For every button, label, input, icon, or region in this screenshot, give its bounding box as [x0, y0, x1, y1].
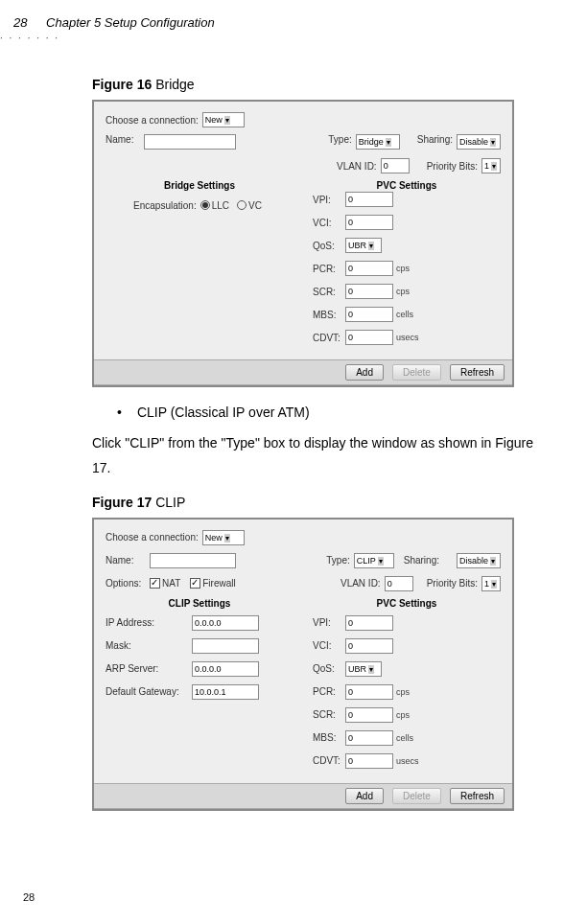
- priority-bits-label: Priority Bits:: [427, 161, 478, 172]
- gateway-input[interactable]: 10.0.0.1: [192, 684, 259, 700]
- scr-label: SCR:: [313, 287, 345, 297]
- paragraph-clip: Click "CLIP" from the "Type" box to disp…: [92, 431, 533, 481]
- name-input-17[interactable]: [150, 553, 236, 568]
- ip-label: IP Address:: [106, 617, 188, 628]
- clip-bullet: •CLIP (Classical IP over ATM): [117, 404, 533, 420]
- qos-select-17[interactable]: UBR: [345, 661, 382, 677]
- bullet-icon: •: [117, 404, 122, 420]
- qos-label-17: QoS:: [313, 663, 345, 674]
- vc-radio[interactable]: [237, 200, 247, 210]
- priority-bits-select[interactable]: 1: [481, 158, 501, 173]
- bridge-settings-header: Bridge Settings: [106, 180, 294, 191]
- refresh-button[interactable]: Refresh: [450, 364, 505, 381]
- chapter-title: Chapter 5 Setup Configuration: [46, 15, 215, 30]
- pcr-label-17: PCR:: [313, 686, 345, 697]
- scr-unit-17: cps: [396, 710, 410, 720]
- cdvt-input-17[interactable]: 0: [345, 753, 393, 769]
- mbs-label-17: MBS:: [313, 732, 345, 743]
- figure-16-title: Bridge: [152, 77, 194, 92]
- vlan-input[interactable]: 0: [381, 158, 410, 173]
- pcr-input-17[interactable]: 0: [345, 684, 393, 700]
- clip-bullet-text: CLIP (Classical IP over ATM): [137, 404, 310, 420]
- add-button-17[interactable]: Add: [345, 788, 384, 804]
- pcr-label: PCR:: [313, 264, 345, 274]
- scr-label-17: SCR:: [313, 709, 345, 720]
- mask-label: Mask:: [106, 640, 188, 651]
- page-number-bottom: 28: [23, 891, 35, 903]
- figure-16-caption: Figure 16 Bridge: [92, 77, 533, 92]
- llc-label: LLC: [212, 200, 229, 211]
- sharing-label-17: Sharing:: [404, 555, 439, 566]
- vci-label: VCI:: [313, 218, 345, 228]
- ip-input[interactable]: 0.0.0.0: [192, 615, 259, 631]
- mask-input[interactable]: [192, 638, 259, 654]
- priority-bits-select-17[interactable]: 1: [481, 576, 501, 591]
- refresh-button-17[interactable]: Refresh: [450, 788, 505, 804]
- name-input[interactable]: [144, 134, 236, 150]
- mbs-input[interactable]: 0: [345, 307, 393, 322]
- choose-connection-label: Choose a connection:: [106, 115, 199, 126]
- qos-label: QoS:: [313, 241, 345, 251]
- mbs-input-17[interactable]: 0: [345, 730, 393, 746]
- name-label: Name:: [106, 134, 140, 145]
- scr-input[interactable]: 0: [345, 284, 393, 299]
- sharing-select-17[interactable]: Disable: [457, 553, 501, 568]
- type-select-17[interactable]: CLIP: [354, 553, 394, 568]
- figure-17-title: CLIP: [152, 495, 185, 510]
- options-label: Options:: [106, 578, 146, 589]
- pcr-unit: cps: [396, 264, 410, 273]
- button-bar-17: Add Delete Refresh: [94, 783, 512, 809]
- pcr-input[interactable]: 0: [345, 261, 393, 276]
- vpi-label: VPI:: [313, 195, 345, 205]
- vci-input[interactable]: 0: [345, 215, 393, 230]
- choose-connection-select-17[interactable]: New: [202, 530, 245, 545]
- vpi-input[interactable]: 0: [345, 192, 393, 207]
- firewall-checkbox[interactable]: [190, 578, 200, 589]
- delete-button[interactable]: Delete: [392, 364, 441, 381]
- nat-label: NAT: [162, 578, 180, 589]
- page-header: 28 Chapter 5 Setup Configuration: [13, 15, 215, 30]
- vpi-label-17: VPI:: [313, 617, 345, 628]
- vlan-label: VLAN ID:: [337, 161, 377, 172]
- vlan-input-17[interactable]: 0: [385, 576, 413, 591]
- scr-input-17[interactable]: 0: [345, 707, 393, 723]
- cdvt-unit: usecs: [396, 333, 419, 342]
- figure-16-label: Figure 16: [92, 77, 152, 92]
- cdvt-input[interactable]: 0: [345, 330, 393, 345]
- arp-label: ARP Server:: [106, 663, 188, 674]
- encapsulation-label: Encapsulation:: [133, 200, 197, 211]
- add-button[interactable]: Add: [345, 364, 384, 381]
- pvc-settings-header-17: PVC Settings: [313, 598, 501, 609]
- button-bar: Add Delete Refresh: [94, 359, 512, 385]
- delete-button-17[interactable]: Delete: [392, 788, 441, 804]
- llc-radio[interactable]: [200, 200, 210, 210]
- vci-label-17: VCI:: [313, 640, 345, 651]
- cdvt-label: CDVT:: [313, 333, 345, 343]
- vc-label: VC: [248, 200, 262, 211]
- type-select[interactable]: Bridge: [356, 134, 400, 150]
- decorative-dots: · · · · · · ·: [0, 33, 59, 43]
- sharing-select[interactable]: Disable: [457, 134, 501, 150]
- cdvt-unit-17: usecs: [396, 756, 419, 766]
- mbs-label: MBS:: [313, 310, 345, 320]
- figure-16-panel: Choose a connection: New Name: Type: Bri…: [92, 100, 514, 387]
- vci-input-17[interactable]: 0: [345, 638, 393, 654]
- page-number-top: 28: [13, 15, 27, 30]
- vpi-input-17[interactable]: 0: [345, 615, 393, 631]
- pvc-settings-header: PVC Settings: [313, 180, 501, 191]
- qos-select[interactable]: UBR: [345, 238, 382, 253]
- name-label-17: Name:: [106, 555, 146, 566]
- type-label: Type:: [328, 134, 351, 145]
- cdvt-label-17: CDVT:: [313, 755, 345, 766]
- choose-connection-select[interactable]: New: [202, 112, 245, 127]
- choose-connection-label-17: Choose a connection:: [106, 532, 199, 543]
- priority-bits-label-17: Priority Bits:: [427, 578, 478, 589]
- nat-checkbox[interactable]: [150, 578, 160, 589]
- arp-input[interactable]: 0.0.0.0: [192, 661, 259, 677]
- gateway-label: Default Gateway:: [106, 686, 188, 697]
- type-label-17: Type:: [326, 555, 349, 566]
- mbs-unit: cells: [396, 310, 413, 319]
- vlan-label-17: VLAN ID:: [340, 578, 381, 589]
- clip-settings-header: CLIP Settings: [106, 598, 294, 609]
- figure-17-caption: Figure 17 CLIP: [92, 495, 533, 510]
